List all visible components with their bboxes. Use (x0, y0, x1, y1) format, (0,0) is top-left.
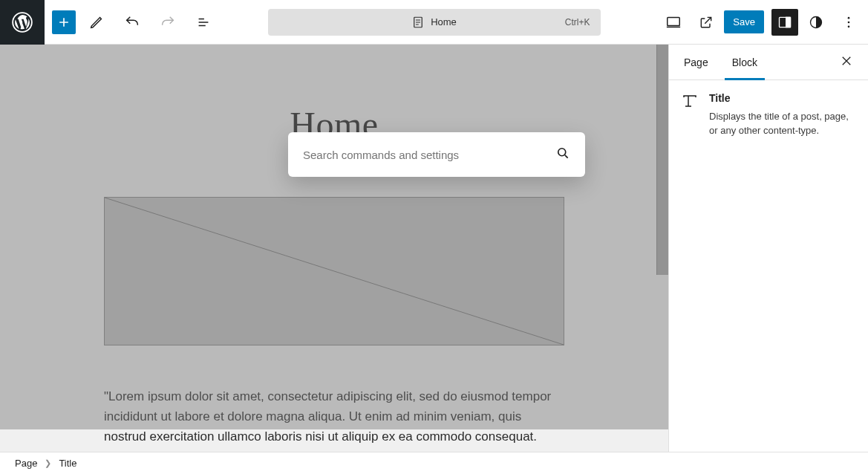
plus-icon (56, 15, 71, 30)
wordpress-logo-button[interactable] (0, 0, 45, 45)
document-bar[interactable]: Home Ctrl+K (268, 9, 601, 36)
svg-point-7 (848, 21, 850, 23)
block-description: Displays the title of a post, page, or a… (709, 110, 856, 138)
page-icon (411, 16, 425, 29)
options-button[interactable] (834, 7, 864, 37)
save-button[interactable]: Save (724, 10, 764, 33)
breadcrumb-root[interactable]: Page (15, 458, 37, 469)
sidebar-tabs: Page Block (669, 45, 868, 80)
tab-page[interactable]: Page (681, 45, 711, 79)
top-toolbar: Home Ctrl+K Save (0, 0, 868, 45)
breadcrumb-current[interactable]: Title (59, 458, 76, 469)
add-block-button[interactable] (52, 10, 76, 34)
view-page-button[interactable] (691, 7, 721, 37)
undo-icon (124, 14, 140, 30)
wordpress-icon (12, 12, 33, 33)
block-title-label: Title (709, 92, 856, 104)
styles-button[interactable] (801, 7, 831, 37)
svg-point-6 (848, 16, 850, 19)
kebab-icon (841, 15, 856, 30)
settings-panel-toggle[interactable] (771, 9, 798, 36)
document-title: Home (431, 16, 457, 27)
svg-rect-2 (668, 17, 680, 25)
device-icon (665, 14, 682, 30)
close-icon (840, 54, 853, 68)
toolbar-right-group: Save (659, 7, 868, 37)
contrast-icon (809, 15, 823, 30)
command-palette (288, 132, 585, 177)
list-icon (195, 14, 212, 30)
toolbar-left-group (45, 7, 218, 37)
document-overview-button[interactable] (189, 7, 218, 37)
modal-overlay[interactable] (0, 45, 668, 429)
block-breadcrumb: Page ❯ Title (0, 452, 868, 474)
block-info-panel: Title Displays the title of a post, page… (669, 80, 868, 150)
close-sidebar-button[interactable] (837, 51, 856, 74)
command-search-input[interactable] (303, 149, 555, 161)
edit-tool-button[interactable] (82, 7, 111, 37)
svg-rect-4 (786, 17, 791, 27)
pencil-icon (88, 14, 105, 30)
undo-button[interactable] (117, 7, 147, 37)
settings-sidebar: Page Block Title Displays the title of a… (668, 45, 868, 452)
search-icon (555, 146, 570, 163)
svg-point-10 (558, 149, 566, 156)
document-bar-center: Home (411, 16, 457, 29)
tab-block[interactable]: Block (729, 45, 760, 79)
svg-point-8 (848, 25, 850, 27)
breadcrumb-separator-icon: ❯ (45, 458, 51, 468)
redo-button (153, 7, 183, 37)
view-button[interactable] (659, 7, 688, 37)
document-bar-shortcut: Ctrl+K (565, 17, 590, 27)
redo-icon (160, 14, 176, 30)
title-block-icon (681, 92, 699, 110)
sidebar-icon (777, 15, 792, 30)
external-link-icon (699, 15, 714, 30)
